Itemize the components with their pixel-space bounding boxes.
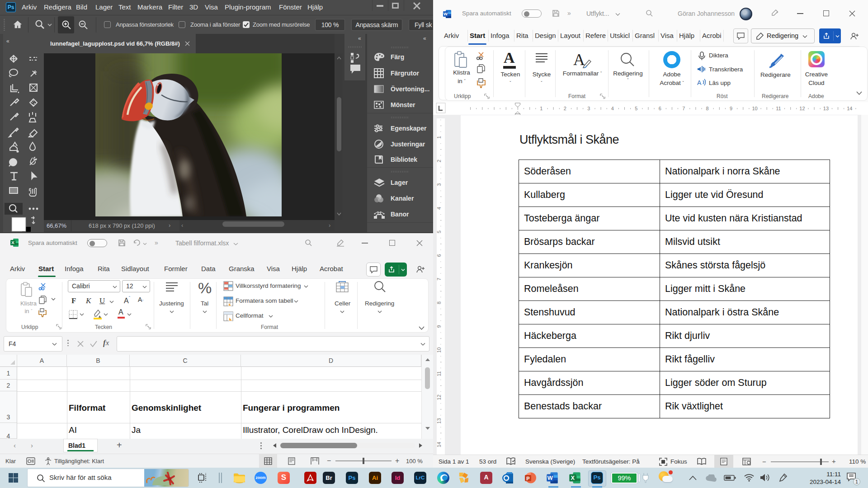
svg-text:10: 10 bbox=[437, 347, 442, 353]
svg-text:6: 6 bbox=[659, 106, 661, 111]
svg-text:X: X bbox=[571, 474, 575, 481]
svg-text:5: 5 bbox=[437, 230, 442, 233]
svg-text:13: 13 bbox=[437, 418, 442, 423]
svg-text:A: A bbox=[697, 79, 702, 86]
svg-text:12: 12 bbox=[799, 106, 805, 111]
svg-text:1: 1 bbox=[540, 106, 542, 111]
svg-text:11: 11 bbox=[437, 371, 442, 376]
svg-text:13: 13 bbox=[823, 106, 829, 111]
svg-text:W: W bbox=[443, 11, 448, 16]
svg-text:P: P bbox=[526, 476, 529, 481]
svg-text:11: 11 bbox=[776, 106, 781, 111]
svg-text:14: 14 bbox=[847, 106, 852, 111]
svg-text:12: 12 bbox=[437, 394, 442, 400]
svg-text:4: 4 bbox=[437, 207, 442, 210]
svg-text:8: 8 bbox=[437, 301, 442, 304]
svg-text:X: X bbox=[11, 240, 14, 245]
svg-text:10: 10 bbox=[752, 106, 757, 111]
svg-text:9: 9 bbox=[437, 325, 442, 328]
svg-text:2: 2 bbox=[437, 160, 442, 162]
svg-text:2: 2 bbox=[564, 106, 566, 111]
svg-text:5: 5 bbox=[635, 106, 637, 111]
svg-text:7: 7 bbox=[682, 106, 685, 111]
svg-text:W: W bbox=[547, 474, 553, 481]
svg-text:7: 7 bbox=[437, 278, 442, 281]
svg-text:9: 9 bbox=[730, 106, 732, 111]
svg-text:1: 1 bbox=[437, 136, 442, 139]
svg-text:4: 4 bbox=[611, 106, 614, 111]
svg-text:8: 8 bbox=[706, 106, 709, 111]
svg-text:3: 3 bbox=[587, 106, 590, 111]
svg-text:3: 3 bbox=[437, 183, 442, 186]
svg-text:6: 6 bbox=[437, 254, 442, 257]
svg-text:14: 14 bbox=[437, 442, 442, 447]
